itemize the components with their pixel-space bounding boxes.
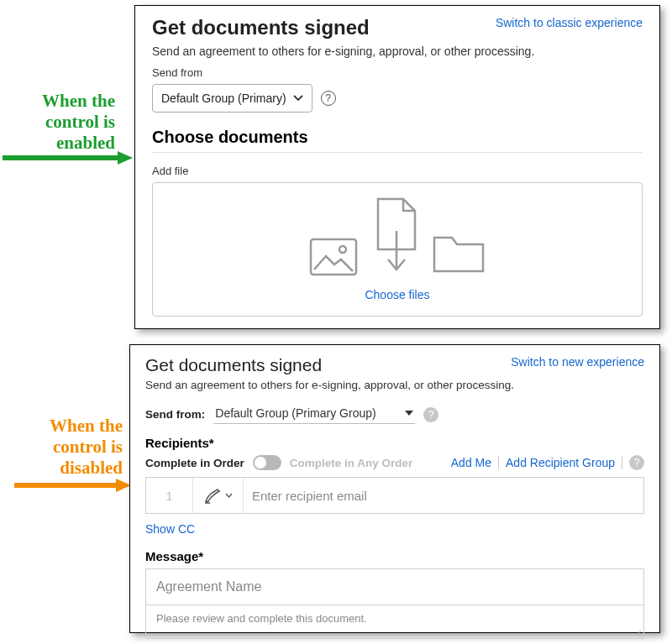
agreement-name-input[interactable]: Agreement Name bbox=[145, 568, 644, 605]
toggle-knob bbox=[255, 457, 266, 469]
help-icon[interactable]: ? bbox=[423, 407, 438, 422]
switch-experience-link[interactable]: Switch to classic experience bbox=[496, 16, 643, 29]
arrow-orange-icon bbox=[12, 477, 133, 494]
panel-disabled: Get documents signed Switch to new exper… bbox=[129, 344, 660, 633]
chevron-down-icon bbox=[225, 492, 233, 500]
complete-in-order-label: Complete in Order bbox=[145, 457, 244, 469]
svg-rect-4 bbox=[311, 239, 356, 275]
send-from-label: Send from bbox=[152, 66, 643, 79]
arrow-green-icon bbox=[0, 149, 134, 166]
send-from-value: Default Group (Primary) bbox=[161, 92, 286, 105]
help-icon[interactable]: ? bbox=[321, 91, 336, 106]
svg-point-5 bbox=[339, 246, 346, 253]
page-title: Get documents signed bbox=[152, 16, 370, 39]
choose-documents-heading: Choose documents bbox=[152, 128, 643, 147]
show-cc-link[interactable]: Show CC bbox=[145, 522, 644, 536]
page-subtitle: Send an agreement to others for e-signin… bbox=[152, 45, 643, 58]
folder-icon bbox=[432, 234, 486, 276]
add-me-link[interactable]: Add Me bbox=[451, 456, 491, 469]
recipient-order-number: 1 bbox=[146, 478, 193, 513]
annotation-disabled: When the control is disabled bbox=[12, 416, 123, 479]
panel-enabled: Get documents signed Switch to classic e… bbox=[134, 5, 660, 329]
add-file-label: Add file bbox=[152, 165, 643, 177]
send-from-label: Send from: bbox=[145, 408, 205, 421]
recipient-role-selector[interactable] bbox=[193, 478, 244, 513]
divider bbox=[622, 456, 622, 469]
help-icon[interactable]: ? bbox=[629, 455, 644, 470]
send-from-dropdown[interactable]: Default Group (Primary) bbox=[152, 84, 312, 113]
file-dropzone[interactable]: Choose files bbox=[152, 182, 643, 317]
add-recipient-group-link[interactable]: Add Recipient Group bbox=[506, 456, 615, 469]
complete-any-order-label: Complete in Any Order bbox=[290, 457, 413, 469]
caret-down-icon bbox=[405, 411, 413, 416]
switch-experience-link[interactable]: Switch to new experience bbox=[511, 355, 644, 369]
recipients-heading: Recipients* bbox=[145, 436, 644, 450]
chevron-down-icon bbox=[293, 93, 303, 103]
recipient-row: 1 Enter recipient email bbox=[145, 477, 644, 514]
order-toggle[interactable] bbox=[253, 455, 281, 470]
page-title: Get documents signed bbox=[145, 355, 322, 375]
message-heading: Message* bbox=[145, 549, 644, 563]
image-icon bbox=[309, 238, 358, 276]
divider bbox=[152, 152, 643, 153]
agreement-message-placeholder: Please review and complete this document… bbox=[156, 612, 367, 625]
choose-files-link[interactable]: Choose files bbox=[365, 288, 429, 301]
resize-handle-icon[interactable] bbox=[633, 628, 642, 636]
agreement-message-textarea[interactable]: Please review and complete this document… bbox=[145, 605, 644, 639]
send-from-value: Default Group (Primary Group) bbox=[215, 406, 375, 420]
document-download-icon bbox=[370, 197, 420, 276]
send-from-dropdown[interactable]: Default Group (Primary Group) bbox=[213, 405, 415, 424]
svg-marker-1 bbox=[118, 151, 133, 165]
recipient-email-input[interactable]: Enter recipient email bbox=[244, 478, 643, 513]
annotation-enabled: When the control is enabled bbox=[0, 91, 115, 154]
pen-icon bbox=[203, 486, 222, 505]
divider bbox=[498, 456, 499, 469]
page-subtitle: Send an agreement to others for e-signin… bbox=[145, 379, 644, 391]
